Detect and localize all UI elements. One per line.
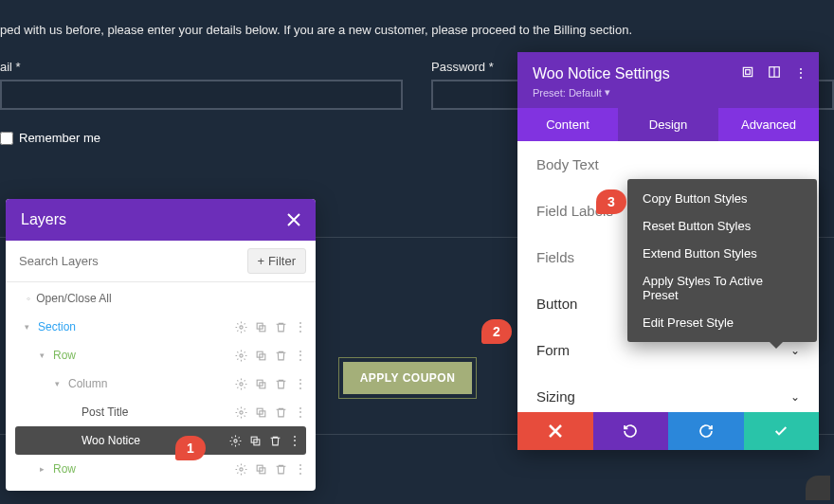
close-icon[interactable]: [287, 213, 300, 226]
gear-icon[interactable]: [235, 406, 247, 419]
apply-coupon-wrap: APPLY COUPON: [338, 357, 477, 399]
more-icon[interactable]: ⋮: [295, 405, 306, 419]
layer-item-post-title[interactable]: Post Title: [78, 405, 235, 419]
duplicate-icon[interactable]: [255, 463, 267, 476]
layer-item-row[interactable]: Row: [49, 462, 235, 476]
svg-rect-18: [743, 67, 752, 76]
chevron-down-icon: ⌄: [790, 344, 800, 357]
expand-icon[interactable]: [741, 65, 754, 81]
save-button[interactable]: [744, 412, 820, 450]
remember-me-checkbox[interactable]: [0, 132, 13, 145]
gear-icon[interactable]: [235, 463, 247, 476]
trash-icon[interactable]: [275, 463, 287, 476]
tab-content[interactable]: Content: [517, 108, 618, 141]
caret-icon[interactable]: ▾: [40, 351, 49, 360]
layer-item-section[interactable]: Section: [34, 320, 235, 333]
corner-handle[interactable]: [806, 476, 830, 500]
tab-design[interactable]: Design: [618, 108, 718, 141]
more-icon[interactable]: ⋮: [794, 65, 807, 81]
layers-title: Layers: [21, 211, 66, 228]
filter-label: Filter: [268, 254, 296, 268]
caret-icon[interactable]: ▸: [40, 464, 49, 474]
undo-button[interactable]: [593, 412, 669, 450]
trash-icon[interactable]: [269, 435, 281, 447]
duplicate-icon[interactable]: [255, 406, 267, 419]
remember-me-label: Remember me: [19, 131, 100, 145]
svg-point-0: [240, 325, 243, 328]
gear-icon[interactable]: [235, 350, 247, 362]
more-icon[interactable]: ⋮: [295, 462, 306, 476]
ctx-apply-to-preset[interactable]: Apply Styles To Active Preset: [627, 267, 817, 309]
layer-item-woo-notice[interactable]: Woo Notice: [78, 434, 229, 447]
svg-point-15: [240, 467, 243, 470]
cancel-button[interactable]: [517, 412, 593, 450]
ctx-edit-preset-style[interactable]: Edit Preset Style: [627, 309, 817, 336]
tab-advanced[interactable]: Advanced: [718, 108, 819, 141]
duplicate-icon[interactable]: [255, 350, 267, 362]
gear-icon[interactable]: [235, 378, 247, 390]
more-icon[interactable]: ⋮: [295, 349, 306, 362]
svg-point-9: [240, 410, 243, 413]
caret-icon[interactable]: ▾: [55, 379, 64, 388]
columns-icon[interactable]: [768, 65, 781, 81]
chevron-down-icon: ▾: [605, 86, 610, 99]
ctx-copy-button-styles[interactable]: Copy Button Styles: [627, 185, 817, 212]
preset-dropdown[interactable]: Preset: Default ▾: [533, 86, 804, 99]
callout-badge: 1: [175, 436, 206, 460]
callout-badge: 2: [481, 319, 512, 344]
trash-icon[interactable]: [275, 378, 287, 390]
svg-point-3: [240, 353, 243, 356]
more-icon[interactable]: ⋮: [295, 320, 306, 333]
gear-icon[interactable]: [229, 435, 242, 447]
settings-item-sizing[interactable]: Sizing⌄: [517, 373, 819, 412]
email-field[interactable]: [0, 80, 403, 110]
ctx-reset-button-styles[interactable]: Reset Button Styles: [627, 212, 817, 240]
returning-customer-intro: ped with us before, please enter your de…: [0, 0, 834, 37]
apply-coupon-button[interactable]: APPLY COUPON: [343, 362, 473, 394]
more-icon[interactable]: ⋮: [295, 377, 306, 390]
open-close-all[interactable]: ◦Open/Close All: [6, 282, 316, 313]
redo-button[interactable]: [668, 412, 744, 450]
chevron-down-icon: ⌄: [790, 390, 800, 404]
button-context-menu: Copy Button Styles Reset Button Styles E…: [627, 179, 817, 342]
svg-point-6: [240, 382, 243, 385]
ctx-extend-button-styles[interactable]: Extend Button Styles: [627, 240, 817, 267]
trash-icon[interactable]: [275, 321, 287, 333]
layers-panel: Layers + Filter ◦Open/Close All ▾ Sectio…: [6, 199, 316, 491]
trash-icon[interactable]: [275, 406, 287, 419]
gear-icon[interactable]: [235, 321, 247, 333]
duplicate-icon[interactable]: [249, 435, 262, 447]
callout-badge: 3: [596, 189, 626, 214]
plus-icon: +: [258, 254, 265, 268]
svg-point-12: [234, 439, 237, 441]
duplicate-icon[interactable]: [255, 378, 267, 390]
more-icon[interactable]: ⋮: [289, 434, 300, 447]
layer-item-row[interactable]: Row: [49, 349, 235, 362]
duplicate-icon[interactable]: [255, 321, 267, 333]
layer-item-column[interactable]: Column: [64, 377, 235, 390]
caret-icon[interactable]: ▾: [25, 322, 34, 332]
svg-rect-19: [746, 70, 751, 75]
layers-search-input[interactable]: [15, 248, 240, 274]
trash-icon[interactable]: [275, 350, 287, 362]
email-label: ail *: [0, 60, 403, 74]
filter-button[interactable]: + Filter: [247, 248, 306, 274]
